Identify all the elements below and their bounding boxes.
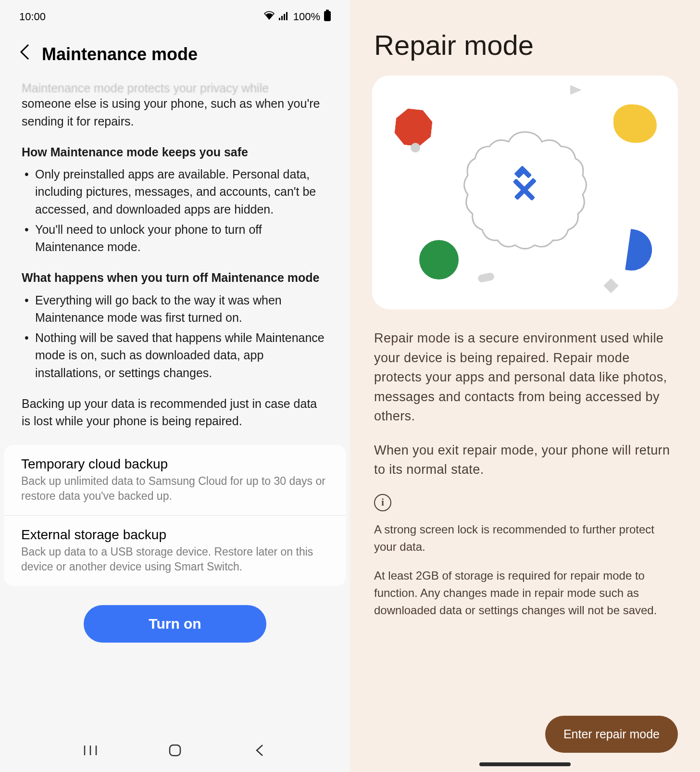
svg-rect-13: [514, 166, 527, 178]
bullets-1: Only preinstalled apps are available. Pe…: [35, 165, 328, 255]
section-heading-1: How Maintenance mode keeps you safe: [22, 143, 328, 161]
signal-icon: [279, 11, 289, 23]
recents-icon[interactable]: [83, 743, 98, 758]
tools-icon: [501, 166, 549, 214]
bullet: Nothing will be saved that happens while…: [35, 329, 328, 381]
shape-gray: [603, 278, 618, 293]
page-title: Repair mode: [350, 0, 700, 76]
info-icon: i: [374, 494, 391, 511]
status-time: 10:00: [19, 11, 46, 23]
svg-rect-0: [279, 18, 280, 20]
backup-note: Backing up your data is recommended just…: [22, 395, 328, 430]
intro-text: someone else is using your phone, such a…: [22, 95, 328, 130]
option-title: Temporary cloud backup: [21, 456, 329, 472]
svg-rect-3: [286, 12, 288, 20]
shape-blue: [625, 229, 654, 273]
svg-rect-2: [284, 14, 285, 20]
status-indicators: 100%: [263, 10, 331, 24]
option-title: External storage backup: [21, 527, 329, 543]
nav-bar: [0, 743, 350, 758]
option-desc: Back up unlimited data to Samsung Cloud …: [21, 474, 329, 504]
pixel-repair-screen: Repair mode Repair mode is a secure envi…: [350, 0, 700, 772]
illustration-card: [372, 76, 678, 309]
info-row: i: [350, 480, 700, 511]
bullet: You'll need to unlock your phone to turn…: [35, 221, 328, 256]
shape-gray: [570, 85, 582, 95]
cloud-backup-option[interactable]: Temporary cloud backup Back up unlimited…: [4, 445, 346, 515]
turn-on-button[interactable]: Turn on: [84, 605, 266, 643]
gesture-bar[interactable]: [479, 762, 571, 766]
battery-icon: [324, 10, 331, 24]
external-backup-option[interactable]: External storage backup Back up data to …: [4, 515, 346, 586]
bullet: Everything will go back to the way it wa…: [35, 291, 328, 327]
note-paragraph: At least 2GB of storage is required for …: [374, 567, 676, 619]
back-icon[interactable]: [19, 43, 30, 65]
content: Maintenance mode protects your privacy w…: [0, 70, 350, 430]
desc-paragraph: Repair mode is a secure environment used…: [374, 329, 676, 426]
home-icon[interactable]: [168, 743, 182, 758]
svg-rect-9: [170, 745, 180, 756]
bullet: Only preinstalled apps are available. Pe…: [35, 165, 328, 218]
svg-rect-1: [281, 16, 283, 20]
wifi-icon: [263, 11, 275, 23]
battery-text: 100%: [293, 11, 320, 23]
intro-cut: Maintenance mode protects your privacy w…: [22, 79, 328, 97]
note-paragraph: A strong screen lock is recommended to f…: [374, 521, 676, 556]
page-title: Maintenance mode: [42, 44, 198, 64]
samsung-maintenance-screen: 10:00 100% Maintenance mode Maintenance …: [0, 0, 350, 772]
shape-gray: [411, 143, 420, 152]
shape-green: [419, 240, 459, 279]
enter-repair-button[interactable]: Enter repair mode: [545, 716, 678, 753]
shape-red: [393, 107, 434, 148]
shape-yellow: [613, 104, 657, 143]
description: Repair mode is a secure environment used…: [350, 309, 700, 480]
section-heading-2: What happens when you turn off Maintenan…: [22, 269, 328, 286]
svg-rect-5: [324, 11, 331, 21]
option-desc: Back up data to a USB storage device. Re…: [21, 544, 329, 574]
desc-paragraph: When you exit repair mode, your phone wi…: [374, 441, 676, 480]
backup-options-card: Temporary cloud backup Back up unlimited…: [4, 445, 346, 586]
status-bar: 10:00 100%: [0, 0, 350, 29]
header: Maintenance mode: [0, 29, 350, 70]
bullets-2: Everything will go back to the way it wa…: [35, 291, 328, 381]
shape-gray: [477, 272, 495, 283]
notes: A strong screen lock is recommended to f…: [350, 511, 700, 619]
back-nav-icon[interactable]: [252, 743, 267, 758]
svg-rect-4: [326, 10, 329, 11]
